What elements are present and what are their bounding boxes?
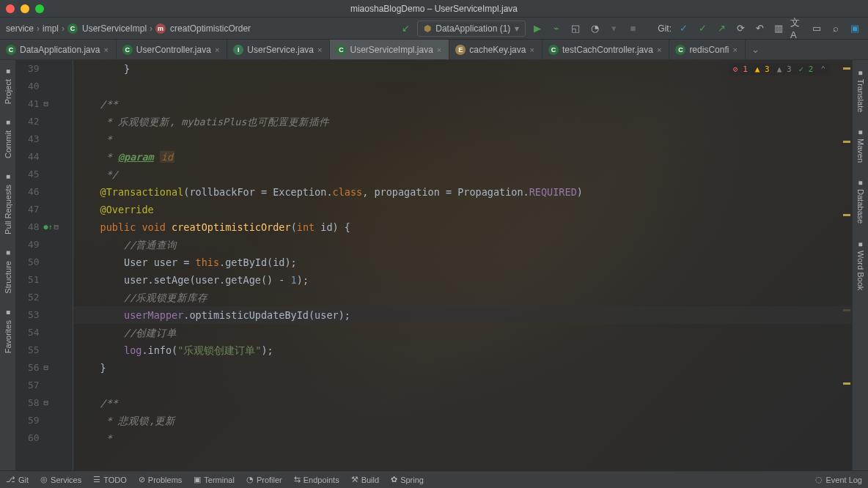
problems-tool-window[interactable]: ⊘Problems <box>139 475 182 484</box>
close-tab-icon[interactable]: × <box>732 45 737 54</box>
code-line[interactable]: user.setAge(user.getAge() - 1); <box>73 271 852 289</box>
gutter-line[interactable]: 58⊟ <box>16 394 73 412</box>
gutter-line[interactable]: 53 <box>16 306 73 324</box>
todo-tool-window[interactable]: ☰TODO <box>93 475 127 484</box>
breadcrumb-item[interactable]: impl <box>43 23 59 34</box>
code-line[interactable]: public void creatOptimisticOrder(int id)… <box>73 218 852 236</box>
code-line[interactable] <box>73 78 852 95</box>
gutter-line[interactable]: 47 <box>16 201 73 218</box>
code-line[interactable]: //乐观锁更新库存 <box>73 289 852 306</box>
editor-tab[interactable]: EcacheKey.java× <box>449 40 542 59</box>
ide-icon[interactable]: ▭ <box>809 21 824 36</box>
tool-window-stripe-button[interactable]: Commit ■ <box>4 111 12 166</box>
code-line[interactable]: userMapper.optimisticUpdateById(user); <box>73 306 852 324</box>
code-line[interactable]: * 乐观锁更新, mybatisPlus也可配置更新插件 <box>73 113 852 130</box>
editor-tab[interactable]: CUserServiceImpl.java× <box>330 40 449 59</box>
editor[interactable]: 394041⊟42434445464748●↑⊟4950515253545556… <box>16 60 852 470</box>
gutter-line[interactable]: 56⊟ <box>16 359 73 377</box>
build-tool-window[interactable]: ⚒Build <box>351 475 379 484</box>
breadcrumb-item[interactable]: creatOptimisticOrder <box>170 23 251 34</box>
code-line[interactable]: @Transactional(rollbackFor = Exception.c… <box>73 183 852 201</box>
gutter-line[interactable]: 55 <box>16 341 73 359</box>
gutter-line[interactable]: 45 <box>16 166 73 183</box>
gutter-line[interactable]: 41⊟ <box>16 95 73 113</box>
close-tab-icon[interactable]: × <box>657 45 661 54</box>
maximize-window-button[interactable] <box>35 4 44 13</box>
gutter-line[interactable]: 40 <box>16 78 73 95</box>
close-tab-icon[interactable]: × <box>437 45 441 54</box>
code-line[interactable]: * @param id <box>73 148 852 166</box>
breadcrumb[interactable]: service › impl › C UserServiceImpl › m c… <box>6 23 251 34</box>
code-line[interactable]: } <box>73 359 852 377</box>
code-line[interactable]: @Override <box>73 201 852 218</box>
gutter-line[interactable]: 50 <box>16 254 73 271</box>
terminal-tool-window[interactable]: ▣Terminal <box>194 475 235 484</box>
code-line[interactable]: log.info("乐观锁创建订单"); <box>73 341 852 359</box>
debug-button[interactable]: ⌁ <box>549 21 564 36</box>
gutter-line[interactable]: 52 <box>16 289 73 306</box>
attach-button[interactable]: ▾ <box>606 21 621 36</box>
gutter-line[interactable]: 48●↑⊟ <box>16 218 73 236</box>
gutter-line[interactable]: 54 <box>16 324 73 341</box>
gutter-line[interactable]: 43 <box>16 130 73 148</box>
tool-window-stripe-button[interactable]: Favorites ■ <box>4 301 12 361</box>
code-line[interactable]: } <box>73 60 852 78</box>
close-window-button[interactable] <box>6 4 15 13</box>
editor-tab[interactable]: IUserService.java× <box>227 40 330 59</box>
tool-window-stripe-button[interactable]: ■ Translate <box>856 60 865 119</box>
code-line[interactable]: User user = this.getById(id); <box>73 254 852 271</box>
breadcrumb-item[interactable]: service <box>6 23 34 34</box>
build-icon[interactable]: ↙ <box>398 21 413 36</box>
editor-tab[interactable]: CDataApplication.java× <box>0 40 117 59</box>
gutter-line[interactable]: 42 <box>16 113 73 130</box>
settings-sync-icon[interactable]: ▣ <box>847 21 862 36</box>
code-line[interactable]: /** <box>73 394 852 412</box>
breadcrumb-item[interactable]: UserServiceImpl <box>82 23 147 34</box>
git-commit-icon[interactable]: ✓ <box>695 21 710 36</box>
gutter-line[interactable]: 51 <box>16 271 73 289</box>
close-tab-icon[interactable]: × <box>529 45 534 54</box>
gutter-line[interactable]: 57 <box>16 377 73 394</box>
close-tab-icon[interactable]: × <box>103 45 108 54</box>
code-line[interactable]: * <box>73 130 852 148</box>
code-line[interactable] <box>73 377 852 394</box>
gutter[interactable]: 394041⊟42434445464748●↑⊟4950515253545556… <box>16 60 73 470</box>
gutter-line[interactable]: 60 <box>16 429 73 447</box>
editor-tab[interactable]: CtestCachController.java× <box>542 40 670 59</box>
event-log-tool-window[interactable]: ◌Event Log <box>815 475 862 484</box>
profile-button[interactable]: ◔ <box>587 21 602 36</box>
endpoints-tool-window[interactable]: ⇆Endpoints <box>294 475 339 484</box>
search-icon[interactable]: ⌕ <box>828 21 843 36</box>
editor-tab[interactable]: CUserController.java× <box>117 40 227 59</box>
services-tool-window[interactable]: ◎Services <box>40 475 81 484</box>
close-tab-icon[interactable]: × <box>215 45 219 54</box>
code-line[interactable]: * 悲观锁,更新 <box>73 412 852 429</box>
tool-window-stripe-button[interactable]: ■ Maven <box>856 119 865 170</box>
gutter-line[interactable]: 39 <box>16 60 73 78</box>
code-line[interactable]: * <box>73 429 852 447</box>
tool-window-stripe-button[interactable]: ■ Word Book <box>856 232 865 297</box>
rollback-icon[interactable]: ↶ <box>752 21 767 36</box>
spring-tool-window[interactable]: ✿Spring <box>391 475 424 484</box>
git-push-icon[interactable]: ↗ <box>714 21 729 36</box>
code-line[interactable]: */ <box>73 166 852 183</box>
editor-tab[interactable]: CredisConfi× <box>669 40 745 59</box>
git-tool-window[interactable]: ⎇Git <box>6 475 29 484</box>
coverage-button[interactable]: ◱ <box>568 21 583 36</box>
code-area[interactable]: ⊘ 1 ▲ 3 ▲ 3 ✓ 2 ⌃ } /** * 乐观锁更新, mybatis… <box>73 60 852 470</box>
translate-icon[interactable]: 文A <box>790 21 805 36</box>
minimize-window-button[interactable] <box>21 4 29 13</box>
gutter-line[interactable]: 44 <box>16 148 73 166</box>
tool-window-stripe-button[interactable]: ■ Database <box>856 170 865 231</box>
run-configuration-selector[interactable]: ⬢ DataApplication (1) ▾ <box>417 21 526 37</box>
gutter-line[interactable]: 59 <box>16 412 73 429</box>
code-line[interactable]: //普通查询 <box>73 236 852 254</box>
code-line[interactable]: //创建订单 <box>73 324 852 341</box>
history-icon[interactable]: ⟳ <box>733 21 748 36</box>
tool-window-stripe-button[interactable]: Structure ■ <box>4 242 12 301</box>
code-line[interactable]: /** <box>73 95 852 113</box>
more-tabs-icon[interactable]: ⌄ <box>746 40 765 59</box>
gutter-line[interactable]: 49 <box>16 236 73 254</box>
tool-window-stripe-button[interactable]: Pull Requests ■ <box>4 166 12 242</box>
git-update-icon[interactable]: ✓ <box>676 21 691 36</box>
